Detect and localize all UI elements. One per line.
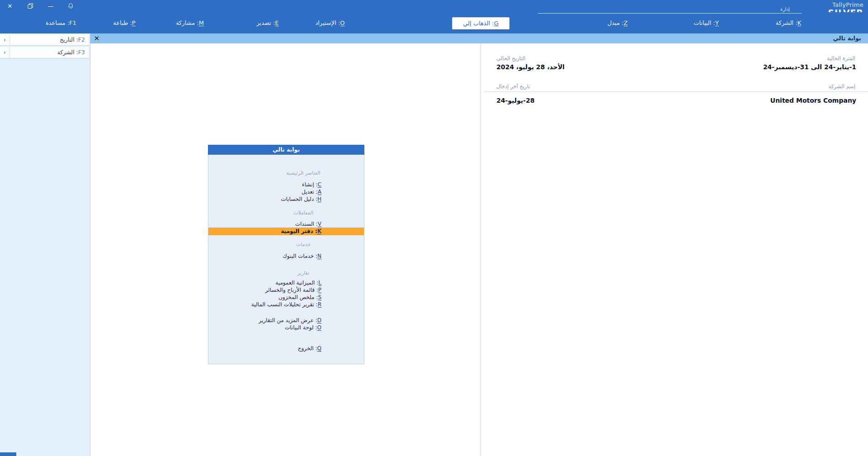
bell-icon [67, 3, 74, 10]
menu-item-key: E [275, 19, 278, 26]
menu-item-key: Y [715, 19, 719, 26]
gateway-menu-body: العناصر الرئيسية C: إنشاء A: تعديل H: دل… [208, 155, 364, 364]
notifications-button[interactable] [64, 0, 77, 12]
gateway-item-stock-summary[interactable]: S: ملخص المخزون [208, 294, 364, 301]
restore-window-button[interactable] [24, 0, 37, 12]
menu-item-label: الشركة [776, 19, 794, 26]
menu-item-label: البيانات [693, 19, 711, 26]
section-heading-masters: العناصر الرئيسية [208, 170, 364, 177]
menu-item-label: مشاركة [176, 19, 195, 26]
sidebar-item-label: F3: الشركة [9, 47, 89, 58]
menu-item-import[interactable]: O: الإستيراد [315, 19, 344, 26]
sidebar-item-label: F2: التاريخ [9, 34, 89, 45]
menu-item-export[interactable]: E: تصدير [256, 19, 278, 26]
minimize-icon: — [48, 3, 54, 10]
gateway-menu: بوابة تالي العناصر الرئيسية C: إنشاء A: … [208, 145, 364, 364]
right-button-sidebar: › F2: التاريخ › F3: الشركة [0, 33, 90, 456]
gateway-item-dashboard[interactable]: O: لوحة البيانات [208, 324, 364, 331]
chevron-right-icon[interactable]: › [0, 34, 9, 45]
gateway-item-profit-and-loss[interactable]: P: قائمة الأرباح والخسائر [208, 286, 364, 294]
logo-product-name: TallyPrime [828, 2, 863, 8]
menu-item-label: مبدل [608, 19, 620, 26]
gateway-menu-title: بوابة تالي [208, 145, 364, 155]
gateway-item-banking[interactable]: N: خدمات البنوك [208, 252, 364, 260]
menu-item-key: O [340, 19, 344, 26]
current-date-value: الأحد، 28 يوليو، 2024 [496, 63, 565, 71]
menu-item-share[interactable]: M: مشاركة [176, 19, 204, 26]
gateway-item-chart-of-accounts[interactable]: H: دليل الحسابات [208, 195, 364, 203]
menu-item-key: P [132, 19, 136, 26]
gateway-item-display-more-reports[interactable]: D: عرض المزيد من التقارير [208, 317, 364, 324]
menu-item-help[interactable]: F1: مساعدة [46, 19, 76, 26]
gateway-item-ratio-analysis[interactable]: R: تقرير تحليلات النسب المالية [208, 301, 364, 308]
menu-item-key: G [494, 20, 499, 27]
gateway-item-day-book[interactable]: K: دفتر اليومية [208, 228, 364, 235]
section-heading-utilities: خدمات [208, 241, 364, 248]
bottom-left-accent [0, 452, 16, 456]
chevron-right-icon[interactable]: › [0, 47, 9, 58]
menu-item-company[interactable]: K: الشركة [776, 19, 802, 26]
gateway-item-vouchers[interactable]: V: السندات [208, 220, 364, 228]
menu-item-print[interactable]: P: طباعة [113, 19, 135, 26]
menu-item-label: تصدير [256, 19, 271, 26]
close-icon: ✕ [94, 34, 100, 43]
last-entry-date-value: 28-يوليو-24 [496, 97, 534, 104]
menu-item-label: مساعدة [46, 19, 66, 26]
admin-group-label: إدارة [780, 6, 790, 12]
menu-item-label: طباعة [113, 19, 128, 26]
company-name-label: إسم الشركة [829, 83, 855, 90]
section-heading-transactions: المعاملات [208, 209, 364, 217]
menu-item-key: K [797, 19, 802, 26]
close-window-button[interactable]: ✕ [4, 0, 16, 12]
last-entry-date-label: تاريخ آخر إدخال [496, 83, 530, 90]
breadcrumb-bar: بوابة تالي ✕ [90, 33, 868, 43]
minimize-window-button[interactable]: — [44, 0, 57, 12]
restore-icon [28, 3, 33, 9]
info-divider [484, 91, 868, 92]
sidebar-item-company[interactable]: › F3: الشركة [0, 47, 89, 58]
sidebar-item-key: F3 [78, 49, 85, 56]
menu-item-go-to[interactable]: G: الذهاب إلي [452, 17, 509, 29]
close-screen-button[interactable]: ✕ [92, 33, 101, 43]
page-title: بوابة تالي [833, 33, 861, 43]
sidebar-item-key: F2 [78, 36, 85, 43]
menu-bar: إدارة K: الشركة Y: البيانات Z: مبدل G: ا… [0, 12, 868, 33]
gateway-item-create[interactable]: C: إنشاء [208, 181, 364, 188]
menu-item-label: الذهاب إلي [463, 20, 490, 27]
gateway-item-quit[interactable]: Q: الخروج [208, 345, 364, 352]
gateway-item-alter[interactable]: A: تعديل [208, 188, 364, 195]
section-heading-reports: تقارير [208, 270, 364, 277]
close-icon: ✕ [8, 3, 13, 10]
current-date-label: التاريخ الحالي [496, 55, 525, 62]
company-info-panel: الفترة الحالية التاريخ الحالي 1-يناير-24… [481, 43, 868, 456]
menu-item-label: الإستيراد [315, 19, 336, 26]
menu-item-key: Z [623, 19, 627, 26]
current-period-value: 1-يناير-24 الى 31-ديسمبر-24 [763, 63, 856, 71]
current-period-label: الفترة الحالية [827, 55, 855, 62]
menu-item-key: M [199, 19, 204, 26]
gateway-item-balance-sheet[interactable]: L: الميزانية العمومية [208, 279, 364, 286]
admin-group: إدارة [538, 5, 802, 14]
menu-item-key: F1 [69, 19, 76, 26]
company-name-value[interactable]: United Motors Company [770, 97, 856, 104]
menu-item-exchange[interactable]: Z: مبدل [608, 19, 628, 26]
sidebar-item-date[interactable]: › F2: التاريخ [0, 34, 89, 45]
menu-item-data[interactable]: Y: البيانات [693, 19, 719, 26]
